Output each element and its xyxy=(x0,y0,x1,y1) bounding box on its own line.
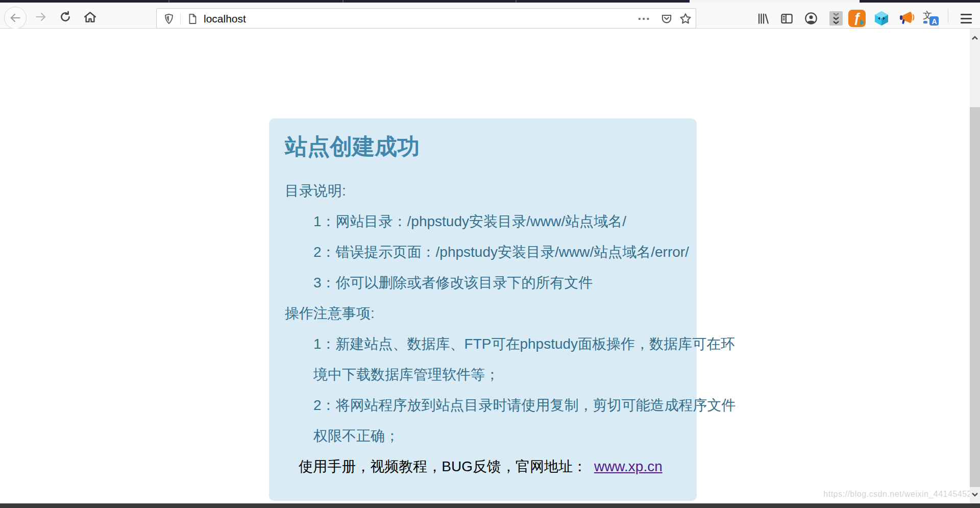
page-title: 站点创建成功 xyxy=(285,135,676,158)
library-icon xyxy=(756,12,770,26)
forward-button[interactable] xyxy=(31,7,51,27)
success-card: 站点创建成功 目录说明:1：网站目录：/phpstudy安装目录/www/站点域… xyxy=(269,118,697,501)
translate-extension-icon: 文 A xyxy=(922,10,939,27)
home-icon xyxy=(83,10,97,24)
flash-extension-button[interactable]: ƒ xyxy=(848,10,866,27)
footer-text: 使用手册，视频教程，BUG反馈，官网地址： xyxy=(299,458,587,474)
page-viewport: 站点创建成功 目录说明:1：网站目录：/phpstudy安装目录/www/站点域… xyxy=(0,29,980,504)
hamburger-menu-icon xyxy=(961,14,972,23)
sidebar-icon xyxy=(780,12,794,26)
back-button[interactable] xyxy=(4,7,27,29)
scrollbar-up-arrow[interactable] xyxy=(971,35,978,42)
scroll-arrows-icon xyxy=(829,11,843,26)
page-info-icon[interactable] xyxy=(186,13,199,25)
cube-extension-button[interactable] xyxy=(873,10,890,27)
megaphone-extension-button[interactable] xyxy=(897,10,915,27)
bottom-dark-bar xyxy=(0,503,980,508)
cube-extension-icon xyxy=(873,10,890,27)
home-button[interactable] xyxy=(80,7,100,27)
browser-toolbar: localhost ••• xyxy=(0,3,980,29)
svg-text:A: A xyxy=(932,17,937,26)
address-bar[interactable]: localhost ••• xyxy=(156,8,696,29)
card-line: 2：错误提示页面：/phpstudy安装目录/www/站点域名/error/ xyxy=(285,237,676,268)
card-lines: 目录说明:1：网站目录：/phpstudy安装目录/www/站点域名/2：错误提… xyxy=(285,176,676,451)
menu-button[interactable] xyxy=(958,10,975,27)
account-button[interactable] xyxy=(802,10,820,27)
url-text[interactable]: localhost xyxy=(204,12,246,26)
reload-button[interactable] xyxy=(55,7,76,27)
reload-icon xyxy=(59,10,72,23)
translate-extension-button[interactable]: 文 A xyxy=(922,10,939,27)
csdn-watermark: https://blog.csdn.net/weixin_44145452 xyxy=(823,490,972,499)
library-button[interactable] xyxy=(754,10,772,27)
forward-icon xyxy=(34,10,47,23)
megaphone-extension-icon xyxy=(897,10,915,27)
scroll-extension-button[interactable] xyxy=(827,10,845,27)
card-line: 权限不正确； xyxy=(285,421,676,451)
card-line: 3：你可以删除或者修改该目录下的所有文件 xyxy=(285,268,676,298)
toolbar-divider xyxy=(948,9,948,23)
card-line: 境中下载数据库管理软件等； xyxy=(285,359,676,390)
vertical-scrollbar[interactable] xyxy=(970,29,980,503)
card-line: 1：网站目录：/phpstudy安装目录/www/站点域名/ xyxy=(285,206,676,237)
card-line: 1：新建站点、数据库、FTP可在phpstudy面板操作，数据库可在环 xyxy=(285,329,676,359)
account-icon xyxy=(804,11,818,26)
card-line: 2：将网站程序放到站点目录时请使用复制，剪切可能造成程序文件 xyxy=(285,390,676,421)
pocket-icon[interactable] xyxy=(660,12,673,26)
card-footer: 使用手册，视频教程，BUG反馈，官网地址：www.xp.cn xyxy=(285,451,676,482)
page-actions-icon[interactable]: ••• xyxy=(638,13,651,25)
scrollbar-down-arrow[interactable] xyxy=(971,491,978,498)
xp-cn-link[interactable]: www.xp.cn xyxy=(594,458,663,474)
scrollbar-thumb[interactable] xyxy=(970,107,980,487)
card-line: 操作注意事项: xyxy=(285,298,676,329)
bookmark-star-icon[interactable] xyxy=(678,12,693,26)
sidebar-button[interactable] xyxy=(778,10,795,27)
card-line: 目录说明: xyxy=(285,176,676,206)
address-bar-divider xyxy=(180,13,181,25)
back-icon xyxy=(9,11,22,25)
flash-extension-icon: ƒ xyxy=(848,10,866,27)
tracking-shield-icon[interactable] xyxy=(163,13,175,25)
